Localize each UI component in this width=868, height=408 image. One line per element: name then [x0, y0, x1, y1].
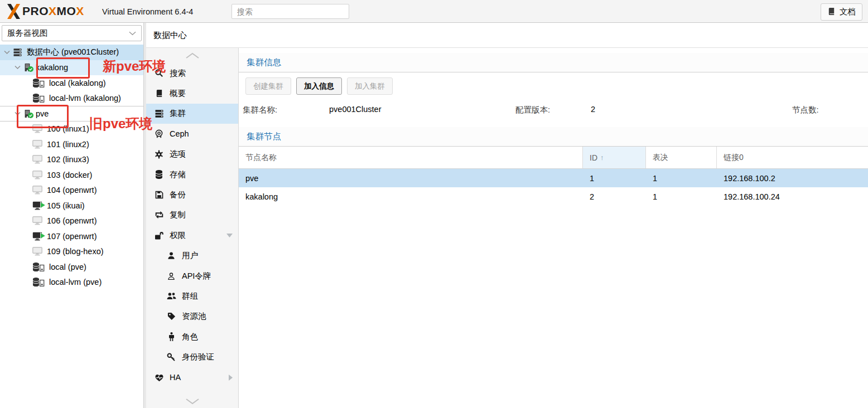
tree-item-vm-103[interactable]: 103 (docker)	[0, 167, 143, 183]
storage-icon	[32, 278, 45, 286]
join-cluster-button[interactable]: 加入集群	[347, 77, 393, 95]
vm-stopped-icon	[32, 171, 42, 179]
cluster-name-value: pve001Cluster	[329, 105, 382, 114]
section-title: 集群信息	[247, 57, 281, 69]
cluster-toolbar: 创建集群 加入信息 加入集群	[245, 77, 393, 95]
datacenter-icon	[13, 48, 22, 57]
proxmox-logo-icon	[6, 3, 21, 22]
vm-stopped-icon	[32, 247, 42, 256]
table-row-pve[interactable]: pve 1 1 192.168.100.2	[239, 169, 868, 187]
cluster-name-label: 集群名称:	[243, 105, 277, 115]
table-header-row: 节点名称 ID ↑ 表决 链接0	[239, 147, 868, 169]
table-row-kakalong[interactable]: kakalong 2 1 192.168.100.24	[239, 187, 868, 206]
scroll-down-icon[interactable]	[146, 398, 238, 405]
tree-item-vm-107[interactable]: 107 (openwrt)	[0, 229, 143, 244]
nav-item-cluster[interactable]: 集群	[146, 104, 238, 124]
storage-icon	[32, 263, 45, 271]
annotation-text-old-env: 旧pve环境	[89, 115, 152, 133]
nav-item-storage[interactable]: 存储	[146, 164, 238, 184]
nav-item-options[interactable]: 选项	[146, 144, 238, 164]
column-header-votes[interactable]: 表决	[646, 147, 717, 168]
nav-item-api-tokens[interactable]: API令牌	[146, 266, 238, 286]
cluster-nodes-table: 节点名称 ID ↑ 表决 链接0 pve 1 1 192.168.100.2 k…	[239, 147, 868, 206]
cluster-summary-fields: 集群名称: pve001Cluster 配置版本: 2 节点数:	[239, 101, 868, 118]
annotation-box-old-node	[17, 105, 69, 128]
tree-item-vm-105[interactable]: 105 (ikuai)	[0, 198, 143, 213]
page-title: 数据中心	[153, 30, 187, 41]
expand-chevron-icon[interactable]	[15, 65, 23, 70]
nav-item-groups[interactable]: 群组	[146, 286, 238, 306]
create-cluster-button[interactable]: 创建集群	[245, 77, 291, 95]
running-play-icon	[40, 201, 46, 210]
vm-stopped-icon	[32, 155, 42, 164]
person-icon	[166, 332, 176, 341]
column-header-link0[interactable]: 链接0	[717, 147, 868, 168]
node-online-icon	[23, 63, 31, 72]
book-icon	[827, 7, 836, 17]
tree-item-vm-102[interactable]: 102 (linux3)	[0, 152, 143, 168]
nav-item-permissions[interactable]: 权限	[146, 225, 238, 245]
user-icon	[166, 251, 176, 260]
submenu-collapsed-icon[interactable]	[229, 375, 233, 381]
content-header: 数据中心	[146, 23, 868, 48]
status-online-check-icon	[28, 65, 33, 74]
nav-item-ceph[interactable]: Ceph	[146, 124, 238, 144]
storage-icon	[32, 79, 45, 88]
expand-chevron-icon[interactable]	[4, 50, 13, 55]
nav-item-roles[interactable]: 角色	[146, 327, 238, 347]
tree-item-storage-local-pve[interactable]: local (pve)	[0, 259, 143, 275]
join-information-button[interactable]: 加入信息	[296, 77, 342, 95]
backup-floppy-icon	[154, 191, 164, 199]
section-title: 集群节点	[247, 131, 281, 143]
annotation-text-new-env: 新pve环境	[103, 57, 166, 75]
tree-item-vm-109[interactable]: 109 (blog-hexo)	[0, 244, 143, 260]
cluster-icon	[154, 109, 164, 118]
replication-icon	[154, 211, 164, 219]
node-count-label: 节点数:	[792, 105, 819, 115]
tree-item-vm-104[interactable]: 104 (openwrt)	[0, 183, 143, 198]
column-header-node-name[interactable]: 节点名称	[239, 147, 583, 168]
nav-item-summary[interactable]: 概要	[146, 83, 238, 103]
tree-item-vm-106[interactable]: 106 (openwrt)	[0, 213, 143, 229]
vm-stopped-icon	[32, 140, 42, 149]
view-selector[interactable]: 服务器视图	[2, 25, 142, 41]
sort-asc-icon: ↑	[600, 153, 604, 162]
column-header-id[interactable]: ID ↑	[583, 147, 646, 168]
submenu-expanded-icon[interactable]	[226, 234, 233, 237]
resource-tree: 数据中心 (pve001Cluster) kakalong local (kak…	[0, 45, 143, 290]
key-icon	[166, 353, 176, 362]
nav-item-authentication[interactable]: 身份验证	[146, 347, 238, 367]
cluster-info-section-header: 集群信息	[239, 53, 868, 72]
running-play-icon	[40, 232, 46, 241]
database-icon	[154, 170, 164, 179]
nav-item-ha[interactable]: HA	[146, 367, 238, 387]
cluster-nodes-section-header: 集群节点	[239, 127, 868, 147]
config-version-label: 配置版本:	[515, 105, 550, 115]
vm-running-icon	[32, 201, 42, 210]
documentation-button[interactable]: 文档	[821, 3, 862, 21]
groups-icon	[166, 292, 176, 300]
vm-stopped-icon	[32, 216, 42, 225]
vm-running-icon	[32, 232, 42, 241]
tree-item-storage-locallvm-pve[interactable]: local-lvm (pve)	[0, 275, 143, 290]
ceph-icon	[154, 129, 164, 138]
tree-item-vm-101[interactable]: 101 (linux2)	[0, 137, 143, 152]
nav-item-pools[interactable]: 资源池	[146, 307, 238, 327]
tag-icon	[166, 312, 176, 320]
search-input[interactable]	[232, 4, 349, 19]
user-outline-icon	[166, 272, 176, 280]
book-icon	[154, 89, 164, 98]
proxmox-logo-text: PROXMOX	[22, 4, 84, 18]
main-pane: 数据中心 搜索 概要 集群 Ceph 选	[146, 23, 868, 408]
chevron-down-icon	[129, 31, 136, 36]
unlock-icon	[154, 231, 164, 240]
tree-item-storage-locallvm-kakalong[interactable]: local-lvm (kakalong)	[0, 91, 143, 106]
annotation-box-new-node	[36, 57, 90, 79]
datacenter-nav-menu: 搜索 概要 集群 Ceph 选项 存储	[146, 48, 239, 408]
heartbeat-icon	[154, 373, 164, 382]
resource-tree-panel: 服务器视图 数据中心 (pve001Cluster) kakalong loc	[0, 23, 144, 408]
nav-item-replication[interactable]: 复制	[146, 205, 238, 225]
nav-item-users[interactable]: 用户	[146, 246, 238, 266]
nav-item-backup[interactable]: 备份	[146, 184, 238, 205]
gear-icon	[154, 150, 164, 159]
